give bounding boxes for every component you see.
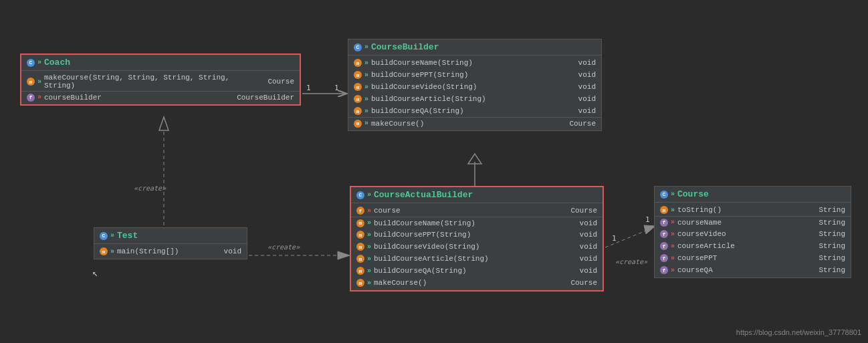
course-row-6: f » courseQA String xyxy=(655,264,851,276)
coach-field-1-type: CourseBuilder xyxy=(230,94,294,102)
coach-title: Coach xyxy=(44,58,70,68)
test-type-icon: C xyxy=(100,232,108,240)
cab-m6-icon: m xyxy=(356,279,364,287)
cab-row-5: m » buildCourseQA(String) void xyxy=(351,265,603,277)
cb-row-1: m » buildCourseName(String) void xyxy=(348,57,601,69)
cb-m6-icon: m xyxy=(354,120,362,128)
course-builder-class[interactable]: C » CourseBuilder m » buildCourseName(St… xyxy=(348,39,602,131)
cab-type-icon: C xyxy=(356,191,364,199)
cab-m4-icon: m xyxy=(356,255,364,263)
svg-text:«create»: «create» xyxy=(615,258,648,265)
test-header: C » Test xyxy=(94,228,247,244)
cab-f0-icon: f xyxy=(356,207,364,215)
course-type-icon: C xyxy=(660,191,668,199)
svg-text:«create»: «create» xyxy=(134,185,167,192)
coach-body: m » makeCourse(String, String, String, S… xyxy=(21,71,300,104)
course-row-5: f » coursePPT String xyxy=(655,252,851,264)
svg-marker-9 xyxy=(338,251,350,259)
cb-body: m » buildCourseName(String) void m » bui… xyxy=(348,55,601,130)
cb-row-5: m » buildCourseQA(String) void xyxy=(348,105,601,117)
cab-m3-icon: m xyxy=(356,243,364,251)
svg-text:1: 1 xyxy=(612,234,617,243)
cab-row-6: m » makeCourse() Course xyxy=(351,277,603,289)
course-builder-header: C » CourseBuilder xyxy=(348,39,601,55)
test-m1-icon: m xyxy=(100,247,108,255)
course-row-4: f » courseArticle String xyxy=(655,240,851,252)
coach-method-1: makeCourse(String, String, String, Strin… xyxy=(44,74,258,90)
cb-m3-icon: m xyxy=(354,83,362,91)
coach-type-icon: C xyxy=(27,59,35,67)
cb-m5-icon: m xyxy=(354,107,362,115)
cab-row-3: m » buildCourseVideo(String) void xyxy=(351,241,603,253)
course-header: C » Course xyxy=(655,187,851,203)
svg-line-11 xyxy=(605,227,654,247)
coach-vis: » xyxy=(37,59,41,66)
course-f3-icon: f xyxy=(660,242,668,250)
coach-field-1: courseBuilder xyxy=(44,94,227,102)
cab-m5-icon: m xyxy=(356,267,364,275)
course-row-3: f » courseVideo String xyxy=(655,228,851,240)
course-body: m » toString() String f » courseName Str… xyxy=(655,203,851,277)
course-f2-icon: f xyxy=(660,230,668,238)
coach-method-1-type: Course xyxy=(261,78,294,86)
watermark: https://blog.csdn.net/weixin_37778801 xyxy=(736,328,861,336)
svg-text:1: 1 xyxy=(334,84,339,92)
test-body: m » main(String[]) void xyxy=(94,244,247,259)
course-row-2: f » courseName String xyxy=(655,216,851,228)
cb-type-icon: C xyxy=(354,43,362,51)
cab-row-4: m » buildCourseArticle(String) void xyxy=(351,253,603,265)
svg-text:«create»: «create» xyxy=(267,243,300,251)
test-row-1: m » main(String[]) void xyxy=(94,245,247,257)
test-title: Test xyxy=(117,231,138,241)
method-icon: m xyxy=(27,78,35,86)
coach-class[interactable]: C » Coach m » makeCourse(String, String,… xyxy=(20,53,301,106)
course-class[interactable]: C » Course m » toString() String f » cou… xyxy=(654,186,851,278)
cb-m1-icon: m xyxy=(354,59,362,67)
coach-row-2: f » courseBuilder CourseBuilder xyxy=(21,91,300,103)
svg-text:1: 1 xyxy=(306,84,311,92)
cb-title: CourseBuilder xyxy=(371,42,439,52)
course-f1-icon: f xyxy=(660,219,668,227)
svg-marker-6 xyxy=(159,117,169,130)
course-f4-icon: f xyxy=(660,254,668,262)
cb-row-4: m » buildCourseArticle(String) void xyxy=(348,93,601,105)
field-icon: f xyxy=(27,94,35,102)
cab-header: C » CourseActualBuilder xyxy=(351,187,603,203)
cb-m4-icon: m xyxy=(354,95,362,103)
cab-m1-icon: m xyxy=(356,219,364,227)
svg-marker-4 xyxy=(468,154,481,164)
course-title: Course xyxy=(677,189,709,199)
cab-title: CourseActualBuilder xyxy=(374,190,473,200)
course-f5-icon: f xyxy=(660,266,668,274)
cab-m2-icon: m xyxy=(356,231,364,239)
diagram-container: 1 1 «create» «create» 1 1 «create» xyxy=(0,0,868,343)
course-m1-icon: m xyxy=(660,206,668,214)
test-class[interactable]: C » Test m » main(String[]) void xyxy=(94,227,247,259)
cab-row-2: m » buildCoursePPT(String) void xyxy=(351,229,603,241)
cb-row-6: m » makeCourse() Course xyxy=(348,117,601,129)
cb-row-2: m » buildCoursePPT(String) void xyxy=(348,69,601,81)
cab-row-1: m » buildCourseName(String) void xyxy=(351,217,603,229)
coach-row-1: m » makeCourse(String, String, String, S… xyxy=(21,72,300,91)
course-row-1: m » toString() String xyxy=(655,204,851,216)
cursor-indicator: ↖ xyxy=(92,267,98,279)
cab-row-0: f » course Course xyxy=(351,205,603,217)
coach-header: C » Coach xyxy=(21,55,300,71)
course-actual-builder-class[interactable]: C » CourseActualBuilder f » course Cours… xyxy=(350,186,604,292)
cb-m2-icon: m xyxy=(354,71,362,79)
svg-text:1: 1 xyxy=(645,215,650,224)
cab-body: f » course Course m » buildCourseName(St… xyxy=(351,203,603,290)
cb-row-3: m » buildCourseVideo(String) void xyxy=(348,81,601,93)
